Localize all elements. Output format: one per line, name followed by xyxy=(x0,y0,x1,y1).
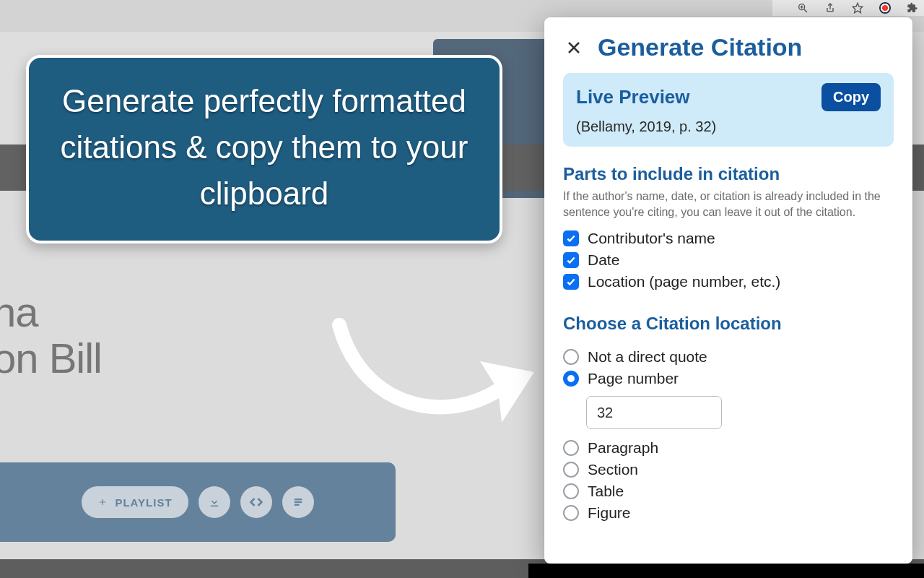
checkbox-location[interactable]: Location (page number, etc.) xyxy=(563,273,894,290)
citation-preview-text: (Bellamy, 2019, p. 32) xyxy=(576,118,881,135)
parts-section-help: If the author's name, date, or citation … xyxy=(563,189,894,220)
radio-section[interactable]: Section xyxy=(563,461,894,478)
puzzle-icon[interactable] xyxy=(907,2,918,14)
panel-title: Generate Citation xyxy=(598,33,802,61)
checkbox-icon xyxy=(563,230,579,246)
radio-label: Paragraph xyxy=(588,439,658,457)
bottom-strip xyxy=(528,564,924,578)
radio-page-number[interactable]: Page number xyxy=(563,370,894,387)
checkbox-label: Location (page number, etc.) xyxy=(588,273,780,290)
radio-label: Not a direct quote xyxy=(588,348,707,366)
radio-icon xyxy=(563,440,579,456)
download-button[interactable] xyxy=(199,486,230,518)
callout-text: Generate perfectly formatted citations &… xyxy=(53,78,475,216)
citation-panel: Generate Citation Live Preview Copy (Bel… xyxy=(544,17,912,564)
radio-label: Table xyxy=(588,483,624,500)
audio-player: PLAYLIST xyxy=(0,462,396,542)
playlist-button[interactable]: PLAYLIST xyxy=(82,486,188,518)
radio-not-direct-quote[interactable]: Not a direct quote xyxy=(563,348,894,366)
parts-section-title: Parts to include in citation xyxy=(563,164,894,184)
radio-icon xyxy=(563,483,579,499)
checkbox-icon xyxy=(563,252,579,268)
close-button[interactable] xyxy=(563,37,585,59)
feature-callout: Generate perfectly formatted citations &… xyxy=(26,55,502,243)
radio-figure[interactable]: Figure xyxy=(563,504,894,522)
transcript-button[interactable] xyxy=(282,486,314,518)
radio-label: Figure xyxy=(588,504,631,522)
share-icon[interactable] xyxy=(824,2,836,14)
radio-icon xyxy=(563,505,579,521)
browser-toolbar xyxy=(772,0,924,16)
checkbox-label: Date xyxy=(588,251,619,269)
svg-marker-4 xyxy=(853,3,862,12)
radio-label: Section xyxy=(588,461,638,478)
location-section-title: Choose a Citation location xyxy=(563,314,894,334)
copy-button[interactable]: Copy xyxy=(821,83,881,111)
page-title-fragment: ha xyxy=(0,288,38,336)
checkbox-contributor-name[interactable]: Contributor's name xyxy=(563,230,894,247)
page-title-fragment: on Bill xyxy=(0,334,102,382)
live-preview-box: Live Preview Copy (Bellamy, 2019, p. 32) xyxy=(563,73,894,147)
live-preview-label: Live Preview xyxy=(576,86,690,108)
checkbox-date[interactable]: Date xyxy=(563,251,894,269)
embed-button[interactable] xyxy=(240,486,272,518)
svg-line-1 xyxy=(804,9,807,12)
extension-icon[interactable] xyxy=(879,2,891,14)
radio-paragraph[interactable]: Paragraph xyxy=(563,439,894,457)
playlist-label: PLAYLIST xyxy=(115,496,172,509)
checkbox-label: Contributor's name xyxy=(588,230,715,247)
radio-icon xyxy=(563,371,579,387)
radio-label: Page number xyxy=(588,370,679,387)
star-icon[interactable] xyxy=(852,2,863,14)
page-number-input[interactable] xyxy=(586,396,722,429)
radio-icon xyxy=(563,462,579,478)
checkbox-icon xyxy=(563,274,579,290)
radio-table[interactable]: Table xyxy=(563,483,894,500)
radio-icon xyxy=(563,349,579,365)
zoom-icon[interactable] xyxy=(797,2,808,14)
